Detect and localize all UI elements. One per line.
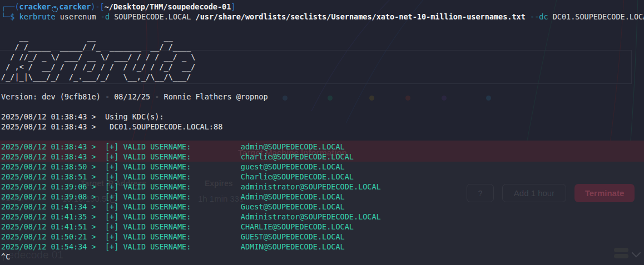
blank-line xyxy=(1,22,644,32)
valid-username-line: 2025/08/12 01:39:06 > [+] VALID USERNAME… xyxy=(1,182,644,192)
valid-username-line: 2025/08/12 01:38:43 > [+] VALID USERNAME… xyxy=(1,152,644,162)
prompt-frame-open: ┌──( xyxy=(1,2,19,11)
valid-username-lines: 2025/08/12 01:38:43 > [+] VALID USERNAME… xyxy=(1,142,644,252)
command-segment: -d xyxy=(101,12,110,21)
command-segment xyxy=(526,12,530,21)
valid-username-line: 2025/08/12 01:50:21 > [+] VALID USERNAME… xyxy=(1,232,644,242)
banner-line: /_/|_|\___/_/ /_.___/_/ \__,_/\__/\___/ xyxy=(1,72,644,82)
prompt-frame-close: ] xyxy=(231,2,235,11)
banner-line: / /_____ _____/ /_ _______ __/ /____ xyxy=(1,42,644,52)
version-line: Version: dev (9cfb81e) - 08/12/25 - Ronn… xyxy=(1,92,644,102)
prompt-line-1: ┌──(cracker¬carcker)-[~/Desktop/THM/soup… xyxy=(1,2,644,12)
prompt-dollar: └─$ xyxy=(1,12,14,21)
command-text: kerbrute userenum -d SOUPEDECODE.LOCAL /… xyxy=(19,12,644,21)
kali-at-icon: ¬ xyxy=(52,6,58,12)
terminal-window[interactable]: ┌──(cracker¬carcker)-[~/Desktop/THM/soup… xyxy=(1,2,644,262)
prompt-host: carcker xyxy=(59,2,91,11)
valid-username-line: 2025/08/12 01:39:08 > [+] VALID USERNAME… xyxy=(1,192,644,202)
log-line: 2025/08/12 01:38:43 > DC01.SOUPEDECODE.L… xyxy=(1,122,644,132)
command-segment: /usr/share/wordlists/seclists/Usernames/… xyxy=(196,12,526,21)
log-line: 2025/08/12 01:38:43 > Using KDC(s): xyxy=(1,112,644,122)
valid-username-line: 2025/08/12 01:41:34 > [+] VALID USERNAME… xyxy=(1,202,644,212)
valid-username-line: 2025/08/12 01:38:50 > [+] VALID USERNAME… xyxy=(1,162,644,172)
blank-line xyxy=(1,132,644,142)
command-segment: --dc xyxy=(530,12,548,21)
interrupt-line: ^C xyxy=(1,252,644,262)
valid-username-line: 2025/08/12 01:38:51 > [+] VALID USERNAME… xyxy=(1,172,644,182)
blank-line xyxy=(1,102,644,112)
blank-line xyxy=(1,82,644,92)
kdc-info-lines: 2025/08/12 01:38:43 > Using KDC(s):2025/… xyxy=(1,112,644,132)
command-segment: kerbrute xyxy=(19,12,56,21)
valid-username-line: 2025/08/12 01:41:35 > [+] VALID USERNAME… xyxy=(1,212,644,222)
kerbrute-ascii-banner: __ __ __ / /_____ _____/ /_ _______ __/ … xyxy=(1,32,644,82)
valid-username-line: 2025/08/12 01:38:43 > [+] VALID USERNAME… xyxy=(1,142,644,152)
banner-line: / //_/ _ \/ ___/ __ \/ ___/ / / / __/ _ … xyxy=(1,52,644,62)
prompt-user: cracker xyxy=(19,2,51,11)
valid-username-line: 2025/08/12 01:41:51 > [+] VALID USERNAME… xyxy=(1,222,644,232)
prompt-cwd: ~/Desktop/THM/soupedecode-01 xyxy=(105,2,231,11)
prompt-line-2: └─$ kerbrute userenum -d SOUPEDECODE.LOC… xyxy=(1,12,644,22)
prompt-frame-mid: )-[ xyxy=(91,2,104,11)
banner-line: / ,< / __/ / / /_/ / / / /_/ / /_/ __/ xyxy=(1,62,644,72)
command-segment: SOUPEDECODE.LOCAL xyxy=(110,12,195,21)
command-segment: DC01.SOUPEDECODE.LOCAL xyxy=(548,12,644,21)
command-segment: userenum xyxy=(56,12,101,21)
valid-username-line: 2025/08/12 01:54:34 > [+] VALID USERNAME… xyxy=(1,242,644,252)
banner-line: __ __ __ xyxy=(1,32,644,42)
